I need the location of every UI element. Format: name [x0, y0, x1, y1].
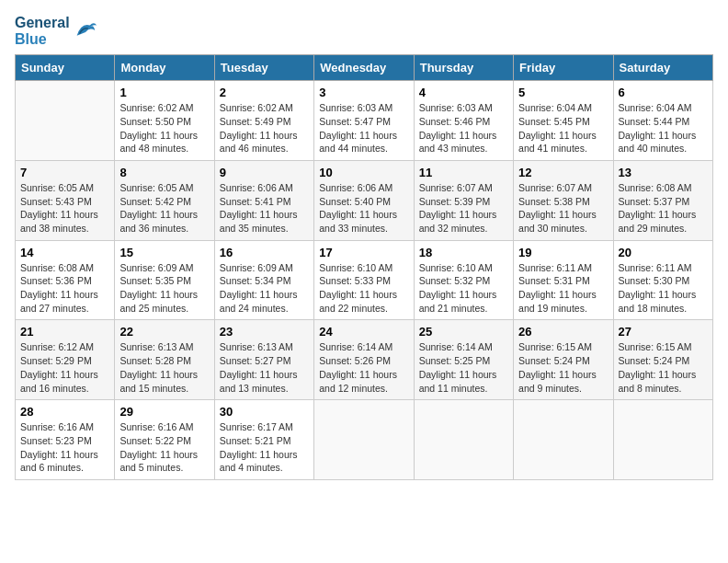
day-number: 28: [20, 405, 109, 419]
column-header-tuesday: Tuesday: [214, 55, 313, 81]
column-header-friday: Friday: [514, 55, 613, 81]
calendar-cell: 1Sunrise: 6:02 AMSunset: 5:50 PMDaylight…: [115, 81, 214, 161]
day-info: Sunrise: 6:16 AMSunset: 5:22 PMDaylight:…: [119, 420, 209, 475]
calendar-week-5: 28Sunrise: 6:16 AMSunset: 5:23 PMDayligh…: [16, 400, 713, 480]
day-info: Sunrise: 6:05 AMSunset: 5:42 PMDaylight:…: [119, 181, 209, 236]
calendar-cell: [514, 400, 613, 480]
calendar-cell: 4Sunrise: 6:03 AMSunset: 5:46 PMDaylight…: [414, 81, 513, 161]
day-info: Sunrise: 6:14 AMSunset: 5:26 PMDaylight:…: [319, 340, 408, 395]
day-info: Sunrise: 6:05 AMSunset: 5:43 PMDaylight:…: [20, 181, 109, 236]
calendar-cell: 15Sunrise: 6:09 AMSunset: 5:35 PMDayligh…: [115, 240, 214, 320]
day-info: Sunrise: 6:14 AMSunset: 5:25 PMDaylight:…: [419, 340, 508, 395]
day-info: Sunrise: 6:09 AMSunset: 5:34 PMDaylight:…: [220, 261, 309, 316]
day-info: Sunrise: 6:16 AMSunset: 5:23 PMDaylight:…: [20, 420, 109, 475]
page-header: General Blue: [15, 15, 713, 47]
calendar-cell: 9Sunrise: 6:06 AMSunset: 5:41 PMDaylight…: [214, 160, 313, 240]
day-number: 16: [220, 246, 309, 259]
day-number: 17: [319, 246, 408, 259]
calendar-cell: 25Sunrise: 6:14 AMSunset: 5:25 PMDayligh…: [414, 320, 513, 400]
day-info: Sunrise: 6:02 AMSunset: 5:49 PMDaylight:…: [220, 101, 309, 155]
calendar-cell: 13Sunrise: 6:08 AMSunset: 5:37 PMDayligh…: [613, 160, 712, 240]
day-info: Sunrise: 6:11 AMSunset: 5:31 PMDaylight:…: [518, 261, 608, 316]
day-info: Sunrise: 6:08 AMSunset: 5:36 PMDaylight:…: [20, 261, 109, 316]
day-info: Sunrise: 6:15 AMSunset: 5:24 PMDaylight:…: [619, 340, 708, 395]
day-number: 11: [419, 166, 508, 179]
day-number: 9: [220, 166, 309, 179]
day-number: 3: [319, 86, 408, 99]
day-number: 22: [119, 325, 209, 339]
day-number: 24: [319, 325, 408, 339]
column-header-wednesday: Wednesday: [314, 55, 414, 81]
calendar-week-4: 21Sunrise: 6:12 AMSunset: 5:29 PMDayligh…: [16, 320, 713, 400]
calendar-cell: 6Sunrise: 6:04 AMSunset: 5:44 PMDaylight…: [613, 81, 712, 161]
day-number: 5: [518, 86, 608, 99]
day-info: Sunrise: 6:10 AMSunset: 5:32 PMDaylight:…: [419, 261, 508, 316]
calendar-cell: [613, 400, 712, 480]
day-number: 1: [119, 86, 209, 99]
calendar-header: SundayMondayTuesdayWednesdayThursdayFrid…: [16, 55, 713, 81]
day-number: 6: [619, 86, 708, 99]
day-number: 12: [518, 166, 608, 179]
calendar-cell: 28Sunrise: 6:16 AMSunset: 5:23 PMDayligh…: [16, 400, 115, 480]
day-number: 2: [220, 86, 309, 99]
day-info: Sunrise: 6:09 AMSunset: 5:35 PMDaylight:…: [119, 261, 209, 316]
day-info: Sunrise: 6:04 AMSunset: 5:45 PMDaylight:…: [518, 101, 608, 155]
calendar-cell: 3Sunrise: 6:03 AMSunset: 5:47 PMDaylight…: [314, 81, 414, 161]
day-info: Sunrise: 6:13 AMSunset: 5:28 PMDaylight:…: [119, 340, 209, 395]
calendar-cell: [314, 400, 414, 480]
day-number: 18: [419, 246, 508, 259]
calendar-cell: 21Sunrise: 6:12 AMSunset: 5:29 PMDayligh…: [16, 320, 115, 400]
day-info: Sunrise: 6:11 AMSunset: 5:30 PMDaylight:…: [619, 261, 708, 316]
calendar-week-1: 1Sunrise: 6:02 AMSunset: 5:50 PMDaylight…: [16, 81, 713, 161]
calendar-cell: 22Sunrise: 6:13 AMSunset: 5:28 PMDayligh…: [115, 320, 214, 400]
calendar-cell: 7Sunrise: 6:05 AMSunset: 5:43 PMDaylight…: [16, 160, 115, 240]
calendar-body: 1Sunrise: 6:02 AMSunset: 5:50 PMDaylight…: [16, 81, 713, 480]
calendar-cell: 26Sunrise: 6:15 AMSunset: 5:24 PMDayligh…: [514, 320, 613, 400]
calendar-week-3: 14Sunrise: 6:08 AMSunset: 5:36 PMDayligh…: [16, 240, 713, 320]
calendar-cell: 5Sunrise: 6:04 AMSunset: 5:45 PMDaylight…: [514, 81, 613, 161]
calendar-cell: 12Sunrise: 6:07 AMSunset: 5:38 PMDayligh…: [514, 160, 613, 240]
day-info: Sunrise: 6:06 AMSunset: 5:41 PMDaylight:…: [220, 181, 309, 236]
calendar-cell: 16Sunrise: 6:09 AMSunset: 5:34 PMDayligh…: [214, 240, 313, 320]
day-number: 25: [419, 325, 508, 339]
calendar-cell: 29Sunrise: 6:16 AMSunset: 5:22 PMDayligh…: [115, 400, 214, 480]
day-info: Sunrise: 6:03 AMSunset: 5:47 PMDaylight:…: [319, 101, 408, 155]
day-number: 23: [220, 325, 309, 339]
day-number: 15: [119, 246, 209, 259]
day-number: 4: [419, 86, 508, 99]
day-number: 13: [619, 166, 708, 179]
column-header-monday: Monday: [115, 55, 214, 81]
calendar-cell: [414, 400, 513, 480]
day-info: Sunrise: 6:07 AMSunset: 5:38 PMDaylight:…: [518, 181, 608, 236]
column-header-saturday: Saturday: [613, 55, 712, 81]
day-number: 14: [20, 246, 109, 259]
day-info: Sunrise: 6:04 AMSunset: 5:44 PMDaylight:…: [619, 101, 708, 155]
calendar-cell: 20Sunrise: 6:11 AMSunset: 5:30 PMDayligh…: [613, 240, 712, 320]
column-header-sunday: Sunday: [16, 55, 115, 81]
day-number: 30: [220, 405, 309, 419]
day-number: 10: [319, 166, 408, 179]
day-number: 8: [119, 166, 209, 179]
calendar-cell: 2Sunrise: 6:02 AMSunset: 5:49 PMDaylight…: [214, 81, 313, 161]
calendar-cell: 30Sunrise: 6:17 AMSunset: 5:21 PMDayligh…: [214, 400, 313, 480]
day-info: Sunrise: 6:13 AMSunset: 5:27 PMDaylight:…: [220, 340, 309, 395]
day-number: 27: [619, 325, 708, 339]
calendar-cell: 17Sunrise: 6:10 AMSunset: 5:33 PMDayligh…: [314, 240, 414, 320]
day-number: 20: [619, 246, 708, 259]
calendar-cell: 18Sunrise: 6:10 AMSunset: 5:32 PMDayligh…: [414, 240, 513, 320]
calendar-cell: 23Sunrise: 6:13 AMSunset: 5:27 PMDayligh…: [214, 320, 313, 400]
day-info: Sunrise: 6:12 AMSunset: 5:29 PMDaylight:…: [20, 340, 109, 395]
day-info: Sunrise: 6:17 AMSunset: 5:21 PMDaylight:…: [220, 420, 309, 475]
day-info: Sunrise: 6:10 AMSunset: 5:33 PMDaylight:…: [319, 261, 408, 316]
column-header-thursday: Thursday: [414, 55, 513, 81]
day-number: 29: [119, 405, 209, 419]
calendar-cell: 11Sunrise: 6:07 AMSunset: 5:39 PMDayligh…: [414, 160, 513, 240]
calendar-cell: [16, 81, 115, 161]
day-info: Sunrise: 6:02 AMSunset: 5:50 PMDaylight:…: [119, 101, 209, 155]
logo: General Blue: [15, 15, 98, 47]
day-number: 21: [20, 325, 109, 339]
day-info: Sunrise: 6:07 AMSunset: 5:39 PMDaylight:…: [419, 181, 508, 236]
day-info: Sunrise: 6:03 AMSunset: 5:46 PMDaylight:…: [419, 101, 508, 155]
day-info: Sunrise: 6:06 AMSunset: 5:40 PMDaylight:…: [319, 181, 408, 236]
day-info: Sunrise: 6:15 AMSunset: 5:24 PMDaylight:…: [518, 340, 608, 395]
